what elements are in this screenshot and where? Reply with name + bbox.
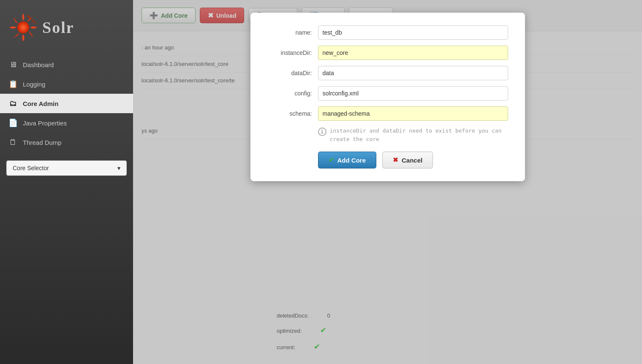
checkmark-icon: ✔	[329, 156, 334, 164]
instance-dir-input[interactable]	[318, 46, 508, 60]
deleted-docs-label: deletedDocs:	[277, 312, 309, 319]
current-label: current:	[277, 344, 295, 350]
deleted-docs-value: 0	[327, 312, 330, 319]
modal-add-core-label: Add Core	[337, 157, 366, 164]
logo-area: Solr	[0, 8, 133, 55]
core-selector-button[interactable]: Core Selector ▾	[6, 160, 127, 176]
core-selector-label: Core Selector	[13, 165, 49, 171]
name-field-row: name:	[267, 25, 508, 40]
schema-field-row: schema:	[267, 106, 508, 121]
data-dir-field-row: dataDir:	[267, 66, 508, 80]
optimized-label: optimized:	[277, 328, 302, 334]
logging-icon: 📋	[8, 79, 18, 89]
config-field-row: config:	[267, 86, 508, 101]
svg-point-0	[17, 22, 29, 33]
info-text: instanceDir and dataDir need to exist be…	[330, 127, 508, 143]
config-label: config:	[267, 90, 318, 97]
nav-item-core-admin[interactable]: 🗂 Core Admin	[0, 94, 133, 113]
modal-cancel-label: Cancel	[402, 157, 422, 164]
main-content: ➕ Add Core ✖ Unload 🖹 Rename 🔄 Swap ↺ Re…	[133, 0, 642, 364]
nav-item-logging[interactable]: 📋 Logging	[0, 74, 133, 94]
deleted-docs-row: deletedDocs: 0	[277, 310, 330, 322]
current-check-icon: ✔	[314, 342, 320, 351]
nav-label-java-properties: Java Properties	[23, 120, 67, 127]
info-row: i instanceDir and dataDir need to exist …	[318, 127, 508, 143]
solr-logo-icon	[8, 13, 38, 42]
core-selector-area: Core Selector ▾	[6, 160, 127, 176]
dashboard-icon: 🖥	[8, 60, 18, 69]
java-properties-icon: 📄	[8, 118, 18, 128]
nav-item-thread-dump[interactable]: 🗒 Thread Dump	[0, 133, 133, 152]
nav-label-core-admin: Core Admin	[23, 100, 58, 107]
cancel-x-icon: ✖	[393, 156, 398, 164]
data-dir-label: dataDir:	[267, 70, 318, 76]
bottom-stats: deletedDocs: 0 optimized: ✔ current: ✔	[277, 310, 330, 356]
optimized-check-icon: ✔	[320, 326, 326, 334]
nav-label-thread-dump: Thread Dump	[23, 139, 62, 146]
modal-actions: ✔ Add Core ✖ Cancel	[318, 152, 508, 168]
config-input[interactable]	[318, 86, 508, 101]
name-label: name:	[267, 29, 318, 36]
nav-item-java-properties[interactable]: 📄 Java Properties	[0, 113, 133, 133]
nav-label-logging: Logging	[23, 81, 45, 88]
modal-add-core-button[interactable]: ✔ Add Core	[318, 152, 377, 168]
modal-overlay: name: instanceDir: dataDir: config: sche…	[133, 0, 642, 364]
chevron-down-icon: ▾	[117, 165, 120, 171]
info-icon: i	[318, 128, 326, 136]
add-core-modal: name: instanceDir: dataDir: config: sche…	[250, 13, 525, 181]
instance-dir-field-row: instanceDir:	[267, 46, 508, 60]
modal-cancel-button[interactable]: ✖ Cancel	[382, 152, 433, 168]
instance-dir-label: instanceDir:	[267, 49, 318, 56]
app-title: Solr	[42, 18, 74, 37]
optimized-row: optimized: ✔	[277, 322, 330, 339]
core-admin-icon: 🗂	[8, 99, 18, 108]
thread-dump-icon: 🗒	[8, 138, 18, 147]
nav-label-dashboard: Dashboard	[23, 61, 54, 68]
schema-input[interactable]	[318, 106, 508, 121]
sidebar: Solr 🖥 Dashboard 📋 Logging 🗂 Core Admin …	[0, 0, 133, 364]
data-dir-input[interactable]	[318, 66, 508, 80]
schema-label: schema:	[267, 110, 318, 117]
name-input[interactable]	[318, 25, 508, 40]
nav-item-dashboard[interactable]: 🖥 Dashboard	[0, 55, 133, 74]
current-row: current: ✔	[277, 339, 330, 356]
